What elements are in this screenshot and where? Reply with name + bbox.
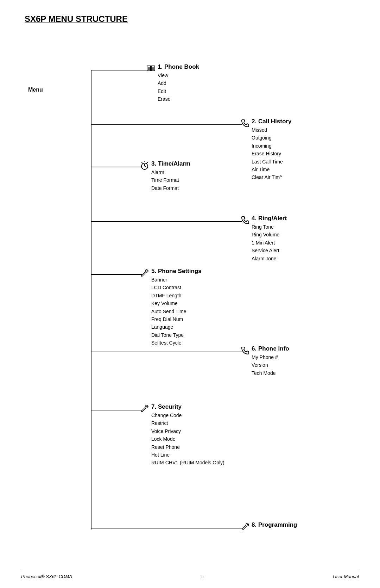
branch-line-6 <box>91 352 242 352</box>
phonesettings-title: 5. Phone Settings <box>151 268 202 275</box>
timealarm-subitems: AlarmTime FormatDate Format <box>151 168 190 192</box>
footer-right: User Manual <box>333 574 359 579</box>
security-icon <box>140 404 150 416</box>
branch-line-1 <box>91 70 147 70</box>
menu-item-timealarm: 3. Time/Alarm AlarmTime FormatDate Forma… <box>151 160 190 192</box>
branch-line-3 <box>91 167 142 167</box>
menu-item-phoneinfo: 6. Phone Info My Phone #VersionTech Mode <box>252 345 289 377</box>
programming-icon <box>240 522 250 534</box>
menu-item-security: 7. Security Change CodeRestrictVoice Pri… <box>151 403 224 467</box>
menu-item-ringalert: 4. Ring/Alert Ring ToneRing Volume1 Min … <box>252 215 287 262</box>
phonesettings-subitems: BannerLCD ContrastDTMF LengthKey VolumeA… <box>151 276 202 347</box>
security-title: 7. Security <box>151 403 224 410</box>
page-title: SX6P MENU STRUCTURE <box>25 14 359 24</box>
ringalert-phone-icon <box>240 215 250 227</box>
timealarm-icon <box>140 161 150 173</box>
main-trunk-line <box>91 70 91 530</box>
ringalert-subitems: Ring ToneRing Volume1 Min AlertService A… <box>252 223 287 262</box>
callhistory-title: 2. Call History <box>252 118 291 125</box>
menu-item-callhistory: 2. Call History MissedOutgoingIncomingEr… <box>252 118 291 181</box>
callhistory-phone-icon <box>240 118 250 130</box>
menu-item-phonesettings: 5. Phone Settings BannerLCD ContrastDTMF… <box>151 268 202 347</box>
branch-line-7 <box>91 410 142 410</box>
security-subitems: Change CodeRestrictVoice PrivacyLock Mod… <box>151 411 224 467</box>
ringalert-title: 4. Ring/Alert <box>252 215 287 222</box>
branch-line-2 <box>91 124 242 125</box>
programming-title: 8. Programming <box>252 521 297 528</box>
footer: Phonecell® SX6P CDMA ii User Manual <box>21 571 359 579</box>
menu-item-phonebook: 1. Phone Book ViewAddEditErase <box>158 63 199 103</box>
svg-point-18 <box>144 161 145 162</box>
phonebook-subitems: ViewAddEditErase <box>158 72 199 103</box>
phonebook-title: 1. Phone Book <box>158 63 199 70</box>
footer-center: ii <box>202 574 204 579</box>
phoneinfo-phone-icon <box>240 346 250 358</box>
phoneinfo-subitems: My Phone #VersionTech Mode <box>252 353 289 377</box>
menu-label: Menu <box>28 87 43 93</box>
timealarm-title: 3. Time/Alarm <box>151 160 190 167</box>
diagram-area: Menu 1. <box>21 35 359 556</box>
phonesettings-icon <box>140 268 150 280</box>
callhistory-subitems: MissedOutgoingIncomingErase HistoryLast … <box>252 126 291 181</box>
phoneinfo-title: 6. Phone Info <box>252 345 289 352</box>
phonebook-icon <box>146 64 156 76</box>
footer-left: Phonecell® SX6P CDMA <box>21 574 72 579</box>
branch-line-8 <box>91 528 242 528</box>
branch-line-4 <box>91 221 242 222</box>
svg-point-17 <box>147 162 148 163</box>
menu-item-programming: 8. Programming <box>252 521 297 528</box>
branch-line-5 <box>91 274 142 275</box>
page-container: SX6P MENU STRUCTURE Menu <box>0 0 380 588</box>
svg-point-16 <box>141 162 142 163</box>
